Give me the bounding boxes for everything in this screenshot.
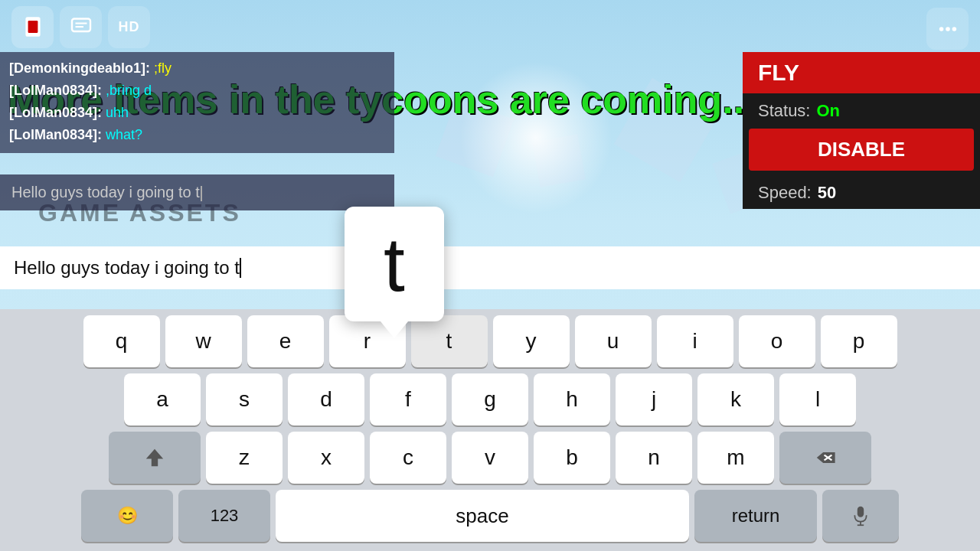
hd-icon[interactable]: HD <box>108 6 150 48</box>
key-return[interactable]: return <box>694 490 817 542</box>
key-p[interactable]: p <box>821 315 897 367</box>
chat-username-4: [LolMan0834]: <box>9 127 102 142</box>
roblox-icon[interactable] <box>11 6 54 48</box>
key-preview-popup: t <box>345 207 444 321</box>
key-mic[interactable] <box>822 490 899 542</box>
chat-message-2: [LolMan0834]: ,bring d <box>9 80 385 101</box>
keyboard-row-3: z x c v b n m <box>3 432 977 484</box>
svg-rect-2 <box>72 19 90 32</box>
chat-username-3: [LolMan0834]: <box>9 105 102 120</box>
fly-status-row: Status: On <box>743 93 980 129</box>
key-a[interactable]: a <box>124 373 201 425</box>
more-options-icon[interactable] <box>926 8 969 50</box>
chat-input-game-text: Hello guys today i going to t <box>11 184 200 201</box>
key-x[interactable]: x <box>288 432 364 484</box>
chat-text-3: uhh <box>106 105 129 120</box>
keyboard-row-2: a s d f g h j k l <box>3 373 977 425</box>
svg-point-6 <box>946 27 950 31</box>
main-text-input[interactable]: Hello guys today i going to t <box>0 246 980 289</box>
chat-message-4: [LolMan0834]: what? <box>9 125 385 145</box>
svg-rect-1 <box>28 21 38 33</box>
fly-speed-row: Speed: 50 <box>743 177 980 209</box>
key-e[interactable]: e <box>247 315 324 367</box>
key-space[interactable]: space <box>276 490 689 542</box>
keyboard: q w e r t y u i o p a s d f g h j k l z … <box>0 309 980 551</box>
key-o[interactable]: o <box>739 315 815 367</box>
key-m[interactable]: m <box>697 432 774 484</box>
key-t[interactable]: t <box>411 315 488 367</box>
fly-speed-label: Speed: <box>758 183 812 203</box>
fly-panel: FLY Status: On DISABLE Speed: 50 <box>743 52 980 209</box>
key-u[interactable]: u <box>575 315 652 367</box>
chat-icon[interactable] <box>60 6 102 48</box>
chat-message-3: [LolMan0834]: uhh <box>9 103 385 123</box>
key-shift[interactable] <box>109 432 201 484</box>
key-k[interactable]: k <box>697 373 774 425</box>
chat-message-1: [Demonkingdeablo1]: ;fly <box>9 58 385 79</box>
key-backspace[interactable] <box>779 432 871 484</box>
svg-rect-11 <box>858 507 864 517</box>
svg-marker-8 <box>146 449 163 466</box>
fly-panel-title: FLY <box>743 52 980 93</box>
key-y[interactable]: y <box>493 315 570 367</box>
key-c[interactable]: c <box>370 432 446 484</box>
key-b[interactable]: b <box>534 432 610 484</box>
key-q[interactable]: q <box>83 315 160 367</box>
chat-username-2: [LolMan0834]: <box>9 83 102 98</box>
keyboard-row-1: q w e r t y u i o p <box>3 315 977 367</box>
key-l[interactable]: l <box>779 373 856 425</box>
key-numbers[interactable]: 123 <box>178 490 270 542</box>
key-v[interactable]: v <box>452 432 528 484</box>
key-f[interactable]: f <box>370 373 446 425</box>
key-s[interactable]: s <box>206 373 283 425</box>
top-bar: HD <box>0 0 980 54</box>
keyboard-row-bottom: 😊 123 space return <box>3 490 977 542</box>
key-j[interactable]: j <box>616 373 692 425</box>
key-d[interactable]: d <box>288 373 364 425</box>
key-n[interactable]: n <box>616 432 692 484</box>
svg-point-7 <box>952 27 956 31</box>
key-i[interactable]: i <box>657 315 733 367</box>
chat-text-4: what? <box>106 127 142 142</box>
chat-username-1: [Demonkingdeablo1]: <box>9 60 150 76</box>
key-h[interactable]: h <box>534 373 610 425</box>
key-preview-letter: t <box>384 220 405 308</box>
svg-point-5 <box>939 27 943 31</box>
fly-speed-value: 50 <box>818 183 836 203</box>
fly-disable-button[interactable]: DISABLE <box>749 129 974 171</box>
chat-input-game: Hello guys today i going to t <box>0 174 394 210</box>
chat-text-2: ,bring d <box>106 83 152 98</box>
key-emoji[interactable]: 😊 <box>81 490 173 542</box>
text-cursor <box>240 258 241 278</box>
chat-text-1: ;fly <box>154 60 172 76</box>
chat-panel: [Demonkingdeablo1]: ;fly [LolMan0834]: ,… <box>0 52 394 153</box>
key-z[interactable]: z <box>206 432 283 484</box>
fly-status-value: On <box>816 101 840 121</box>
input-text: Hello guys today i going to t <box>14 257 240 279</box>
key-w[interactable]: w <box>165 315 242 367</box>
fly-status-label: Status: <box>758 101 810 121</box>
key-g[interactable]: g <box>452 373 528 425</box>
